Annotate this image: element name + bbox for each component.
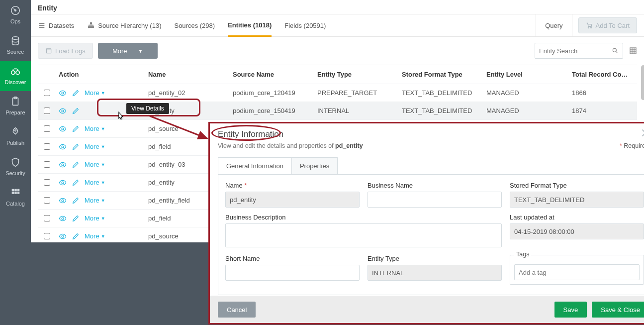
col-source: Source Name (230, 71, 314, 78)
svg-point-18 (91, 22, 92, 24)
svg-point-35 (62, 128, 64, 130)
nav-source[interactable]: Source (0, 30, 31, 61)
pencil-icon[interactable] (72, 179, 80, 187)
pencil-icon[interactable] (72, 161, 80, 169)
row-checkbox[interactable] (44, 108, 50, 114)
row-checkbox[interactable] (44, 197, 50, 204)
rocket-icon (10, 126, 21, 137)
nav-catalog[interactable]: Catalog (0, 182, 31, 213)
cancel-button[interactable]: Cancel (218, 302, 256, 318)
business-name-input[interactable] (368, 192, 502, 208)
eye-icon[interactable] (59, 89, 67, 97)
stored-format-input[interactable] (510, 192, 644, 208)
svg-point-21 (92, 26, 94, 28)
svg-point-3 (12, 37, 19, 40)
modal-footer: Cancel Save Save & Close (209, 296, 644, 324)
entity-search[interactable] (535, 43, 623, 59)
row-more-link[interactable]: More ▼ (85, 197, 105, 204)
row-checkbox[interactable] (44, 143, 50, 150)
tab-datasets[interactable]: Datasets (38, 14, 74, 36)
eye-icon[interactable] (59, 232, 67, 240)
short-name-input[interactable] (225, 265, 360, 281)
nav-publish[interactable]: Publish (0, 121, 31, 152)
vertical-scrollbar[interactable] (641, 65, 644, 100)
row-checkbox[interactable] (44, 161, 50, 168)
eye-icon[interactable] (59, 197, 67, 205)
tab-fields[interactable]: Fields (20591) (284, 14, 326, 36)
svg-rect-11 (17, 189, 20, 192)
nav-security[interactable]: Security (0, 152, 31, 182)
name-input[interactable] (225, 192, 360, 208)
svg-point-20 (91, 26, 92, 28)
clipboard-icon (10, 96, 21, 107)
search-input[interactable] (539, 47, 609, 55)
row-checkbox[interactable] (44, 90, 50, 96)
tab-sources[interactable]: Sources (298) (174, 14, 215, 36)
tab-properties[interactable]: Properties (291, 157, 338, 175)
cell-fmt: TEXT_TAB_DELIMITED (399, 89, 483, 97)
tab-entities[interactable]: Entities (1018) (228, 15, 272, 37)
row-checkbox[interactable] (44, 215, 50, 221)
eye-icon[interactable] (59, 143, 67, 151)
pencil-icon[interactable] (72, 232, 80, 240)
row-more-link[interactable]: More ▼ (85, 143, 105, 150)
table-settings-icon[interactable] (629, 47, 637, 55)
pencil-icon[interactable] (72, 215, 80, 222)
nav-discover-label: Discover (5, 79, 26, 85)
save-button[interactable]: Save (554, 302, 587, 318)
eye-icon[interactable] (59, 125, 67, 133)
eye-icon[interactable] (59, 215, 67, 222)
nav-discover[interactable]: Discover (0, 61, 31, 91)
col-level: Entity Level (483, 71, 569, 78)
pencil-icon[interactable] (72, 197, 80, 205)
last-updated-input[interactable] (510, 223, 644, 239)
tab-sh-label: Source Hierarchy (13) (98, 22, 161, 29)
row-more-link[interactable]: More ▼ (85, 125, 105, 132)
row-more-link[interactable]: More ▼ (85, 232, 105, 240)
tab-fields-label: Fields (20591) (284, 22, 326, 29)
row-checkbox[interactable] (44, 125, 50, 132)
load-logs-button[interactable]: Load Logs (38, 43, 93, 59)
tab-general-info[interactable]: General Information (218, 157, 292, 175)
row-more-link[interactable]: More ▼ (85, 215, 105, 222)
tab-bar: Datasets Source Hierarchy (13) Sources (… (31, 14, 644, 37)
more-dropdown[interactable]: More ▼ (98, 43, 158, 59)
nav-ops[interactable]: Ops (0, 0, 31, 30)
modal-subtitle: View and edit the details and properties… (218, 142, 644, 149)
eye-icon[interactable] (59, 161, 67, 169)
query-button[interactable]: Query (536, 14, 572, 36)
save-close-button[interactable]: Save & Close (592, 302, 644, 318)
svg-rect-9 (12, 189, 14, 192)
svg-point-38 (62, 182, 64, 184)
row-more-link[interactable]: More ▼ (85, 161, 105, 168)
nav-security-label: Security (5, 170, 25, 176)
binoculars-icon (10, 66, 21, 77)
field-stored-format: Stored Format Type (510, 182, 644, 208)
tags-input[interactable] (514, 264, 640, 280)
header: Entity (31, 0, 644, 14)
eye-icon[interactable] (59, 107, 67, 115)
add-to-cart-button[interactable]: Add To Cart (578, 17, 637, 33)
table-row[interactable]: More ▼pd_entity_02podium_core_120419PREP… (38, 84, 637, 102)
pencil-icon[interactable] (72, 125, 80, 133)
col-action: Action (56, 71, 145, 78)
entity-type-input[interactable] (368, 265, 502, 281)
col-etype: Entity Type (314, 71, 399, 78)
pencil-icon[interactable] (72, 143, 80, 151)
tab-source-hierarchy[interactable]: Source Hierarchy (13) (87, 14, 161, 36)
cell-source: podium_core_120419 (230, 89, 314, 97)
row-more-link[interactable]: More ▼ (85, 179, 105, 186)
pencil-icon[interactable] (72, 89, 80, 97)
nav-publish-label: Publish (6, 140, 24, 146)
close-icon[interactable] (640, 127, 644, 138)
nav-prepare-label: Prepare (5, 109, 25, 115)
row-more-link[interactable]: More ▼ (85, 89, 105, 97)
svg-point-22 (588, 27, 589, 28)
row-checkbox[interactable] (44, 233, 50, 239)
modal-title: Entity Information (218, 129, 644, 139)
business-desc-input[interactable] (225, 223, 502, 247)
nav-prepare[interactable]: Prepare (0, 91, 31, 121)
eye-icon[interactable] (59, 179, 67, 187)
pencil-icon[interactable] (72, 107, 80, 115)
row-checkbox[interactable] (44, 179, 50, 186)
